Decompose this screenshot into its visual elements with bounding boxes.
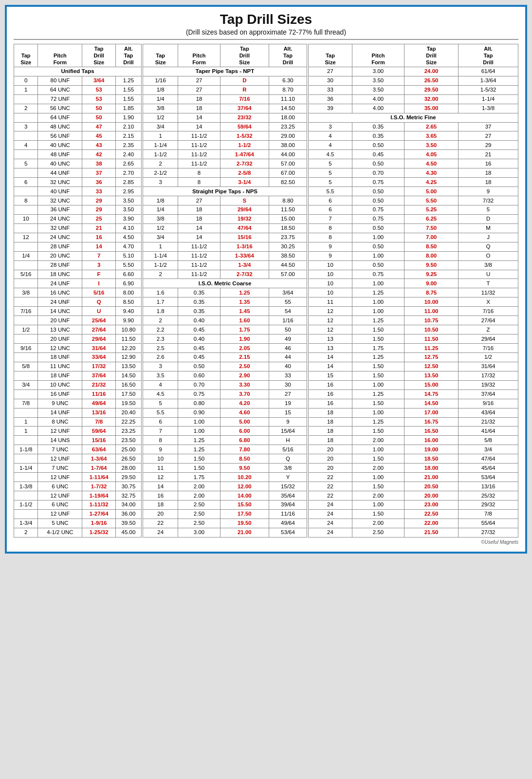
table-row: 1/420 UNC75.10	[14, 251, 142, 260]
table-row: 202.0018.0045/64	[309, 464, 518, 473]
table-row: 64 UNF501.90	[14, 113, 142, 122]
section-straight-nps: Straight Pipe Taps - NPS	[143, 187, 307, 196]
table-row: 1/4187/1611.10	[143, 94, 307, 104]
table-row: 243.0021.0053/64	[143, 528, 307, 537]
table-row: 111-1/21-5/3229.00	[143, 131, 307, 141]
col-tap-size-mid: TapSize	[143, 44, 178, 67]
table-row: 101.009.00T	[309, 279, 518, 288]
section-iso-fine: I.S.O. Metric Fine	[309, 113, 518, 122]
table-row: 221.0021.0053/64	[309, 473, 518, 482]
table-row: 28 UNF35.50	[14, 260, 142, 270]
table-row: 3/81819/3215.00	[143, 214, 307, 223]
table-row: 2.20.451.7550	[143, 325, 307, 334]
table-row: 91.257.805/16	[143, 445, 307, 454]
table-row: 348 UNC472.10	[14, 122, 142, 131]
right-table: TapSize PitchForm TapDrillSize Alt.TapDr…	[308, 44, 518, 538]
table-row: 1-1/26 UNC1-11/3234.00	[14, 500, 142, 509]
table-row: 70.756.25D	[309, 214, 518, 223]
table-row: 61.005.009	[143, 417, 307, 427]
table-row: 142.0012.0015/32	[143, 482, 307, 491]
table-row: 80.507.50M	[309, 223, 518, 233]
col-tap-drill-mid: TapDrillSize	[220, 44, 269, 67]
table-row: 14 UNS15/1623.50	[14, 436, 142, 445]
table-row: 20 UNF29/6411.50	[14, 334, 142, 344]
copyright: ©Useful Magnets	[14, 539, 518, 545]
table-row: 30.352.6537	[309, 122, 518, 131]
table-row: 91.008.00O	[309, 251, 518, 260]
table-row: 211-1/22-7/3257.00	[143, 159, 307, 168]
table-row: 1/21423/3218.00	[143, 113, 307, 122]
table-row: 28 UNF144.70	[14, 242, 142, 251]
table-row: 303.5026.501-3/64	[309, 76, 518, 85]
table-row: 112 UNF59/6423.25	[14, 427, 142, 436]
table-row: 50.754.2518	[309, 178, 518, 187]
table-row: 222.5019.5049/64	[143, 519, 307, 528]
col-alt-tap-drill: Alt.TapDrill	[115, 44, 141, 67]
table-row: 111.509.503/8	[143, 464, 307, 473]
table-row: 121.7510.20Y	[143, 473, 307, 482]
pipe-iso-table: TapSize PitchForm TapDrillSize Alt.TapDr…	[143, 44, 307, 538]
table-row: 12 UNF1-19/6432.75	[14, 491, 142, 501]
table-row: 2.50.452.0546	[143, 344, 307, 353]
table-row: 3/41459/6423.25	[143, 122, 307, 131]
table-row: 50.804.2019	[143, 399, 307, 408]
table-row: 36 UNF293.50	[14, 205, 142, 214]
table-row: 1/213 UNC27/6410.80	[14, 325, 142, 334]
table-row: 3/41415/1623.75	[143, 233, 307, 242]
table-row: 1-1/47 UNC1-7/6428.00	[14, 464, 142, 473]
table-row: 7/1614 UNCU9.40	[14, 307, 142, 316]
table-row: 2.60.452.1544	[143, 352, 307, 362]
table-row: 60.505.507/32	[309, 196, 518, 205]
page: Tap Drill Sizes (Drill sizes based on ap…	[5, 5, 527, 554]
table-row: 632 UNC362.85	[14, 178, 142, 187]
table-row: 111.0010.00X	[309, 297, 518, 307]
table-row: 101.258.7511/32	[309, 288, 518, 297]
table-row: 222.0020.0025/32	[309, 491, 518, 501]
table-row: 1-1/411-1/21-33/6438.50	[143, 251, 307, 260]
table-row: 20 UNF25/649.90	[14, 316, 142, 325]
table-row: 181.2516.7521/32	[309, 417, 518, 427]
table-row: 832 UNC293.50	[14, 196, 142, 205]
table-row: 241.5022.507/8	[309, 509, 518, 519]
table-row: 1/1627D6.30	[143, 76, 307, 85]
table-row: 2-1/282-5/867.00	[143, 168, 307, 178]
table-row: 1/827S8.80	[143, 196, 307, 205]
table-row: 18 UNF37/6414.50	[14, 371, 142, 380]
table-row: 14 UNF13/1620.40	[14, 408, 142, 417]
table-row: 333.5029.501-5/32	[309, 85, 518, 94]
section-taper-npt: Taper Pipe Taps - NPT	[143, 67, 307, 76]
col-tap-size-right: TapSize	[309, 44, 352, 67]
divider	[14, 39, 518, 40]
table-row: 141.5012.5031/64	[309, 362, 518, 371]
table-row: 44 UNF372.70	[14, 168, 142, 178]
table-row: 18 UNF33/6412.90	[14, 352, 142, 362]
table-row: 131.5011.5029/64	[309, 334, 518, 344]
table-row: 241.0023.0029/32	[309, 500, 518, 509]
col-tap-size: TapSize	[14, 44, 38, 67]
table-row: 20.401.601/16	[143, 316, 307, 325]
table-row: 131.7511.257/16	[309, 344, 518, 353]
table-row: 24-1/2 UNC1-25/3245.00	[14, 528, 142, 537]
col-tap-drill-size: TapDrillSize	[82, 44, 115, 67]
table-row: 1224 UNC164.50	[14, 233, 142, 242]
table-row: 161.2514.7537/64	[309, 390, 518, 399]
table-row: 1.70.351.3555	[143, 297, 307, 307]
subtitle: (Drill sizes based on approximate 72-77%…	[14, 28, 518, 36]
table-row: 161.5014.509/16	[309, 399, 518, 408]
table-row: 201.0019.003/4	[309, 445, 518, 454]
col-alt-tap-drill-mid: Alt.TapDrill	[269, 44, 307, 67]
table-row: 5.50.904.6015	[143, 408, 307, 417]
table-row: 394.0035.001-3/8	[309, 104, 518, 113]
col-pitch-form-right: PitchForm	[352, 44, 404, 67]
section-iso-coarse: I.S.O. Metric Coarse	[143, 279, 307, 288]
table-row: 182.5015.5039/64	[143, 500, 307, 509]
table-row: 18 UNC7/822.25	[14, 417, 142, 427]
table-row: 111-1/21-3/1630.25	[143, 242, 307, 251]
table-row: 211-1/22-7/3257.00	[143, 270, 307, 279]
table-row: 1-1/211-1/21-3/444.50	[143, 260, 307, 270]
table-row: 5/811 UNC17/3213.50	[14, 362, 142, 371]
table-row: 440 UNC432.35	[14, 141, 142, 150]
table-row: 3/816 UNC5/168.00	[14, 288, 142, 297]
table-row: 1-3/86 UNC1-7/3230.75	[14, 482, 142, 491]
table-row: 81.007.00J	[309, 233, 518, 242]
